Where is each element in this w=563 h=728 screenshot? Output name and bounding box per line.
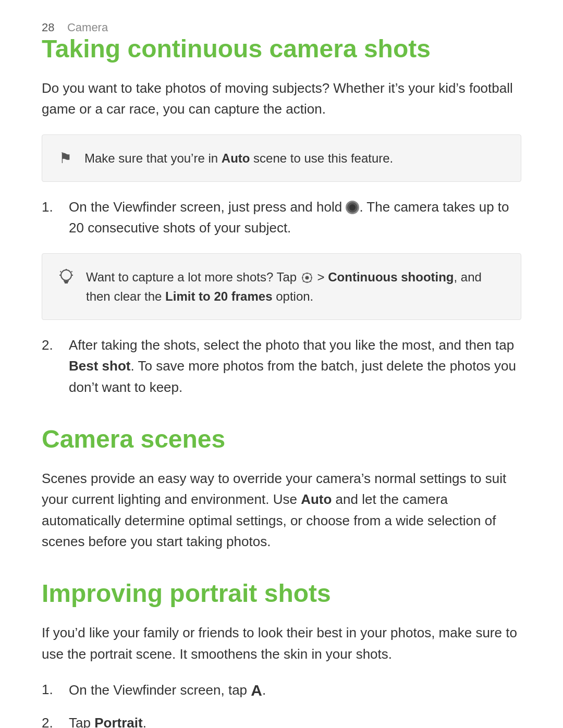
section1-title: Taking continuous camera shots <box>42 34 521 63</box>
lightbulb-icon <box>59 268 74 290</box>
section1-intro: Do you want to take photos of moving sub… <box>42 78 521 120</box>
step-number: 2. <box>42 712 60 728</box>
step2-text: After taking the shots, select the photo… <box>69 335 521 398</box>
page-label: Camera <box>67 21 108 34</box>
letter-a-icon: A <box>251 678 262 703</box>
shutter-button-icon <box>346 201 359 214</box>
tip-continuous-text: Want to capture a lot more shots? Tap > … <box>86 267 504 306</box>
svg-point-9 <box>305 276 309 280</box>
section-continuous-shots: Taking continuous camera shots Do you wa… <box>42 34 521 398</box>
svg-point-0 <box>61 270 71 280</box>
svg-line-4 <box>60 271 62 272</box>
section2-intro: Scenes provide an easy way to override y… <box>42 468 521 552</box>
note-box-auto: ⚑ Make sure that you’re in Auto scene to… <box>42 134 521 182</box>
section1-step2-list: 2. After taking the shots, select the ph… <box>42 335 521 398</box>
flag-icon: ⚑ <box>59 150 72 167</box>
page-number: 28 <box>42 21 54 34</box>
portrait-step1-text: On the Viewfinder screen, tap A. <box>69 679 266 704</box>
table-row: 1. On the Viewfinder screen, just press … <box>42 196 521 239</box>
section3-steps: 1. On the Viewfinder screen, tap A. 2. T… <box>42 679 521 728</box>
svg-line-5 <box>71 271 72 272</box>
section3-intro: If you’d like your family or friends to … <box>42 622 521 664</box>
note-auto-text: Make sure that you’re in Auto scene to u… <box>84 149 393 168</box>
step-number: 1. <box>42 679 60 700</box>
table-row: 2. After taking the shots, select the ph… <box>42 335 521 398</box>
portrait-step2-text: Tap Portrait. <box>69 712 146 728</box>
section-improving-portrait: Improving portrait shots If you’d like y… <box>42 579 521 728</box>
section2-title: Camera scenes <box>42 425 521 453</box>
table-row: 1. On the Viewfinder screen, tap A. <box>42 679 521 704</box>
table-row: 2. Tap Portrait. <box>42 712 521 728</box>
page-header: 28 Camera <box>42 21 521 34</box>
section-camera-scenes: Camera scenes Scenes provide an easy way… <box>42 425 521 552</box>
step1-text: On the Viewfinder screen, just press and… <box>69 196 521 239</box>
section1-steps: 1. On the Viewfinder screen, just press … <box>42 196 521 239</box>
step-number: 2. <box>42 335 60 355</box>
tip-box-continuous: Want to capture a lot more shots? Tap > … <box>42 253 521 320</box>
step-number: 1. <box>42 196 60 217</box>
section3-title: Improving portrait shots <box>42 579 521 608</box>
